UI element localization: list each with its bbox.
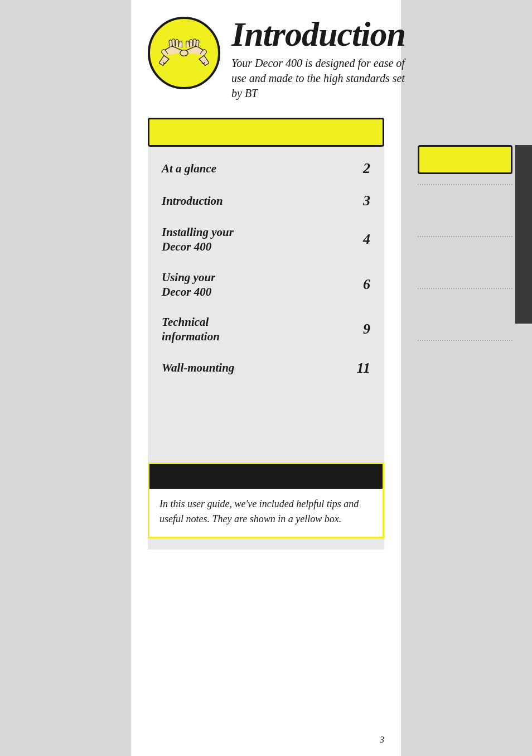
toc-row-introduction: Introduction 3 bbox=[162, 185, 370, 217]
dotted-divider-2 bbox=[418, 236, 512, 237]
toc-section: At a glance 2 Introduction 3 Installing … bbox=[148, 118, 384, 550]
tip-text: In this user guide, we've included helpf… bbox=[159, 497, 373, 527]
toc-label-using: Using yourDecor 400 bbox=[162, 270, 215, 300]
toc-row-installing: Installing yourDecor 400 4 bbox=[162, 217, 370, 262]
toc-row-using: Using yourDecor 400 6 bbox=[162, 262, 370, 307]
page-number: 3 bbox=[380, 735, 384, 745]
dotted-divider-4 bbox=[418, 340, 512, 341]
tip-black-bar bbox=[149, 464, 383, 489]
toc-page-installing: 4 bbox=[354, 231, 370, 248]
right-yellow-bar bbox=[418, 145, 512, 174]
toc-label-technical: Technicalinformation bbox=[162, 315, 220, 344]
toc-page-technical: 9 bbox=[354, 321, 370, 338]
left-panel bbox=[0, 0, 131, 756]
tip-box: In this user guide, we've included helpf… bbox=[148, 463, 384, 538]
toc-page-at-a-glance: 2 bbox=[354, 160, 370, 177]
toc-page-using: 6 bbox=[354, 276, 370, 293]
right-panel bbox=[401, 0, 532, 756]
dotted-divider-3 bbox=[418, 288, 512, 289]
toc-page-wall-mounting: 11 bbox=[354, 360, 370, 377]
toc-row-at-a-glance: At a glance 2 bbox=[162, 152, 370, 185]
header-section: Introduction Your Decor 400 is designed … bbox=[148, 17, 384, 101]
page-subtitle: Your Decor 400 is designed for ease of u… bbox=[231, 56, 405, 101]
toc-label-at-a-glance: At a glance bbox=[162, 161, 216, 176]
toc-page-introduction: 3 bbox=[354, 192, 370, 209]
toc-label-wall-mounting: Wall-mounting bbox=[162, 360, 234, 375]
handshake-icon bbox=[159, 28, 209, 78]
toc-row-wall-mounting: Wall-mounting 11 bbox=[162, 352, 370, 384]
right-sidebar-content bbox=[418, 145, 512, 351]
main-content: Introduction Your Decor 400 is designed … bbox=[131, 0, 401, 756]
toc-label-installing: Installing yourDecor 400 bbox=[162, 225, 234, 254]
toc-yellow-bar bbox=[148, 118, 384, 147]
page-title: Introduction bbox=[231, 17, 405, 51]
logo-circle bbox=[148, 17, 220, 89]
dotted-divider-1 bbox=[418, 184, 512, 185]
svg-point-0 bbox=[180, 50, 188, 56]
header-text: Introduction Your Decor 400 is designed … bbox=[231, 17, 405, 101]
toc-label-introduction: Introduction bbox=[162, 194, 223, 208]
toc-items: At a glance 2 Introduction 3 Installing … bbox=[148, 147, 384, 390]
toc-row-technical: Technicalinformation 9 bbox=[162, 307, 370, 352]
right-tab bbox=[515, 145, 532, 324]
